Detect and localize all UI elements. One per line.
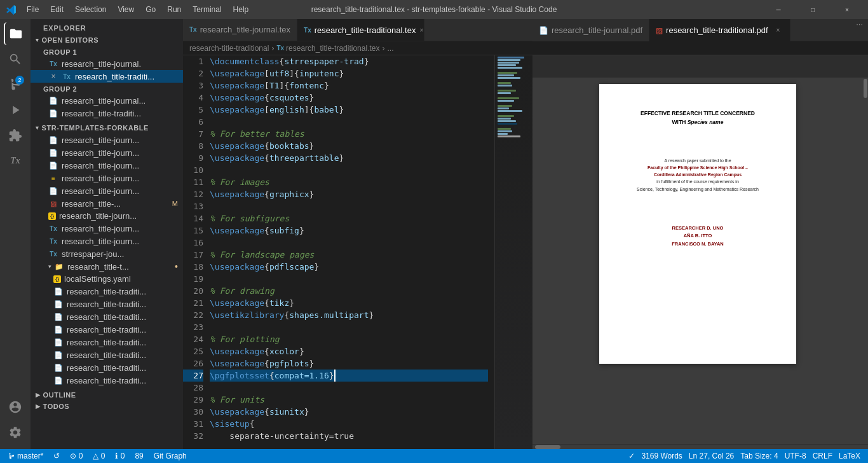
open-editors-label: OPEN EDITORS bbox=[42, 36, 99, 44]
sub-file-1[interactable]: 📄 research_title-traditi... bbox=[31, 285, 183, 298]
minimap-content bbox=[495, 55, 532, 449]
code-editor-content[interactable]: \documentclass{strrespaper-trad} \usepac… bbox=[210, 55, 494, 444]
search-activity-icon[interactable] bbox=[4, 48, 27, 71]
menu-file[interactable]: File bbox=[22, 4, 44, 15]
minimize-button[interactable]: ─ bbox=[764, 0, 793, 19]
sub-file-5[interactable]: 📄 research_title-traditi... bbox=[31, 336, 183, 349]
open-editors-header[interactable]: ▾ OPEN EDITORS bbox=[31, 34, 183, 46]
window-title: research_title-traditional.tex - str-tem… bbox=[311, 5, 557, 14]
subfolder-name: research_title-t... bbox=[67, 262, 173, 272]
sub-file-icon-7: 📄 bbox=[53, 363, 64, 373]
pdf-scrollbar[interactable] bbox=[863, 78, 868, 444]
sub-file-4[interactable]: 📄 research_title-traditi... bbox=[31, 323, 183, 336]
pdf-hscroll[interactable] bbox=[532, 444, 868, 449]
str-file-4[interactable]: 📄 research_title-journ... bbox=[31, 184, 183, 197]
subfolder[interactable]: ▾ 📁 research_title-t... • bbox=[31, 260, 183, 273]
str-file-tex2[interactable]: Tx research_title-journ... bbox=[31, 235, 183, 247]
language-mode-status[interactable]: LaTeX bbox=[836, 452, 863, 460]
menu-run[interactable]: Run bbox=[162, 4, 186, 15]
encoding-status[interactable]: UTF-8 bbox=[782, 452, 809, 460]
menu-terminal[interactable]: Terminal bbox=[187, 4, 226, 15]
str-file-yaml1[interactable]: ≡ research_title-journ... bbox=[31, 172, 183, 184]
pdf-tab-traditional[interactable]: ▨ research_title-traditional.pdf × bbox=[649, 19, 790, 41]
pdf-title-italic: Species name bbox=[688, 119, 724, 125]
editor-tab-traditional[interactable]: × Tx research_title-traditi... bbox=[31, 70, 183, 83]
file-icon-s1: 📄 bbox=[48, 135, 58, 145]
maximize-button[interactable]: □ bbox=[798, 0, 827, 19]
errors-status[interactable]: ⊙ 0 bbox=[67, 452, 85, 460]
pdf-traditional-close[interactable]: × bbox=[773, 25, 783, 36]
breadcrumb-file-type[interactable]: Tx bbox=[276, 45, 284, 52]
sub-file-icon-1: 📄 bbox=[53, 286, 64, 296]
sub-file-7[interactable]: 📄 research_title-traditi... bbox=[31, 361, 183, 374]
cursor-position-status[interactable]: Ln 27, Col 26 bbox=[686, 452, 736, 460]
str-filename-pdf: research_title-... bbox=[62, 199, 170, 209]
word-count-status[interactable]: 3169 Words bbox=[639, 452, 684, 460]
str-file-tex3[interactable]: Tx strrespaper-jou... bbox=[31, 247, 183, 260]
folder-icon: 📁 bbox=[54, 261, 64, 272]
tab-size-status[interactable]: Tab Size: 4 bbox=[738, 452, 780, 460]
git-branch-status[interactable]: master* bbox=[5, 452, 46, 460]
str-templates-header[interactable]: ▾ STR-TEMPLATES-FORKABLE bbox=[31, 122, 183, 134]
accounts-activity-icon[interactable] bbox=[4, 396, 27, 418]
source-control-activity-icon[interactable]: 2 bbox=[4, 73, 27, 96]
pdf-more-button[interactable]: ··· bbox=[851, 19, 868, 41]
tex-icon-s2: Tx bbox=[48, 236, 58, 246]
code-editor[interactable]: 12345 678910 1112131415 1617181920 21222… bbox=[183, 55, 494, 449]
outline-header[interactable]: ▶ OUTLINE bbox=[31, 389, 183, 401]
close-icon-small[interactable]: × bbox=[48, 71, 58, 81]
str-filename-2: research_title-journ... bbox=[62, 148, 178, 158]
str-file-yaml2[interactable]: {} research_title-journ... bbox=[31, 210, 183, 222]
local-settings-file[interactable]: {} localSettings.yaml bbox=[31, 273, 183, 285]
menu-help[interactable]: Help bbox=[228, 4, 254, 15]
subfolder-collapse-icon: ▾ bbox=[48, 263, 51, 270]
str-file-tex1[interactable]: Tx research_title-journ... bbox=[31, 222, 183, 235]
str-file-2[interactable]: 📄 research_title-journ... bbox=[31, 146, 183, 159]
breadcrumb-more[interactable]: ... bbox=[387, 44, 393, 53]
str-file-pdf[interactable]: ▨ research_title-... M bbox=[31, 197, 183, 210]
menu-edit[interactable]: Edit bbox=[45, 4, 69, 15]
tab-traditional-close[interactable]: × bbox=[419, 25, 423, 35]
sub-file-8[interactable]: 📄 research_title-traditi... bbox=[31, 374, 183, 387]
sub-file-2[interactable]: 📄 research_title-traditi... bbox=[31, 298, 183, 310]
menu-view[interactable]: View bbox=[112, 4, 139, 15]
info-status[interactable]: ℹ 0 bbox=[112, 452, 127, 460]
outline-label: OUTLINE bbox=[43, 391, 76, 399]
str-filename-tex1: research_title-journ... bbox=[62, 224, 178, 233]
sub-file-6[interactable]: 📄 research_title-traditi... bbox=[31, 349, 183, 361]
str-file-1[interactable]: 📄 research_title-journ... bbox=[31, 134, 183, 146]
breadcrumb-folder[interactable]: research-title-traditional bbox=[189, 44, 269, 53]
str-filename-yaml1: research_title-journ... bbox=[62, 174, 178, 183]
warnings-status[interactable]: △ 0 bbox=[90, 452, 107, 460]
outline-collapse-icon: ▶ bbox=[36, 392, 41, 398]
menu-go[interactable]: Go bbox=[140, 4, 161, 15]
group2-file1[interactable]: 📄 research_title-journal... bbox=[31, 94, 183, 107]
git-graph-status[interactable]: Git Graph bbox=[151, 452, 189, 460]
tab-traditional[interactable]: Tx research_title-traditional.tex × bbox=[297, 19, 424, 41]
editor-hscroll[interactable] bbox=[183, 444, 494, 449]
sub-file-3[interactable]: 📄 research_title-traditi... bbox=[31, 310, 183, 323]
checkmark-status[interactable]: ✓ bbox=[626, 452, 637, 460]
pdf-area: EFFECTIVE RESEARCH TITLE CONCERNED WITH … bbox=[532, 55, 868, 449]
tex-icon-active: Tx bbox=[62, 71, 72, 81]
sidebar: EXPLORER ▾ OPEN EDITORS GROUP 1 Tx resea… bbox=[31, 19, 183, 449]
count-status[interactable]: 89 bbox=[132, 452, 146, 460]
latex-activity-icon[interactable]: Tx bbox=[4, 149, 27, 172]
sync-status[interactable]: ↺ bbox=[51, 452, 62, 460]
tab-journal[interactable]: Tx research_title-journal.tex bbox=[183, 19, 297, 41]
breadcrumb-file[interactable]: research_title-traditional.tex bbox=[286, 44, 379, 53]
pdf-viewer[interactable]: EFFECTIVE RESEARCH TITLE CONCERNED WITH … bbox=[532, 78, 863, 444]
group2-file2[interactable]: 📄 research_title-traditi... bbox=[31, 107, 183, 120]
editor-tab-journal[interactable]: Tx research_title-journal. bbox=[31, 57, 183, 70]
settings-activity-icon[interactable] bbox=[4, 421, 27, 444]
file-icon-s3: 📄 bbox=[48, 160, 58, 170]
close-button[interactable]: × bbox=[832, 0, 862, 19]
extensions-activity-icon[interactable] bbox=[4, 124, 27, 147]
explorer-activity-icon[interactable] bbox=[4, 22, 27, 45]
menu-selection[interactable]: Selection bbox=[70, 4, 111, 15]
pdf-tab-journal[interactable]: 📄 research_title-journal.pdf bbox=[532, 19, 649, 41]
todos-header[interactable]: ▶ TODOS bbox=[31, 401, 183, 412]
str-file-3[interactable]: 📄 research_title-journ... bbox=[31, 159, 183, 172]
run-activity-icon[interactable] bbox=[4, 99, 27, 121]
line-ending-status[interactable]: CRLF bbox=[810, 452, 835, 460]
